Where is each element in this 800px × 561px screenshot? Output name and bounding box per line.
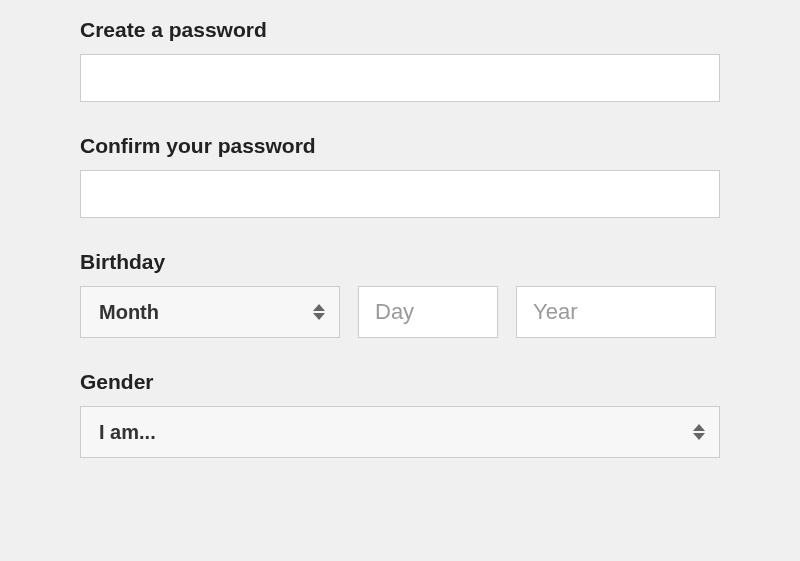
gender-label: Gender — [80, 370, 720, 394]
gender-select-value: I am... — [99, 421, 156, 444]
stepper-icon — [693, 424, 705, 440]
month-select-value: Month — [99, 301, 159, 324]
svg-marker-0 — [313, 304, 325, 311]
stepper-icon — [313, 304, 325, 320]
birthday-row: Month — [80, 286, 720, 338]
birthday-group: Birthday Month — [80, 250, 720, 338]
year-input[interactable] — [516, 286, 716, 338]
svg-marker-1 — [313, 313, 325, 320]
day-input[interactable] — [358, 286, 498, 338]
confirm-password-input[interactable] — [80, 170, 720, 218]
svg-marker-2 — [693, 424, 705, 431]
month-select[interactable]: Month — [80, 286, 340, 338]
svg-marker-3 — [693, 433, 705, 440]
gender-select[interactable]: I am... — [80, 406, 720, 458]
confirm-password-label: Confirm your password — [80, 134, 720, 158]
confirm-password-group: Confirm your password — [80, 134, 720, 218]
password-input[interactable] — [80, 54, 720, 102]
password-label: Create a password — [80, 18, 720, 42]
birthday-label: Birthday — [80, 250, 720, 274]
gender-group: Gender I am... — [80, 370, 720, 458]
password-group: Create a password — [80, 18, 720, 102]
